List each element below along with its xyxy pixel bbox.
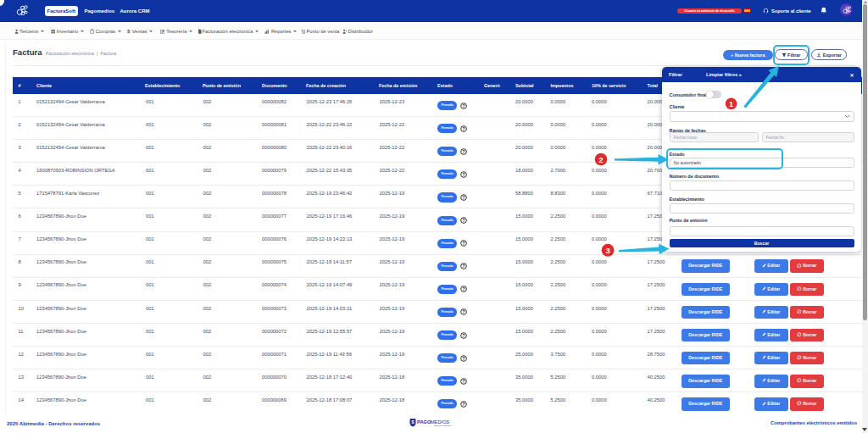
svg-text:$: $ [411, 419, 414, 425]
svg-text:?: ? [462, 286, 465, 291]
svg-text:?: ? [462, 148, 465, 153]
svg-text:?: ? [462, 195, 465, 200]
svg-text:?: ? [462, 218, 465, 223]
svg-text:?: ? [462, 172, 465, 177]
svg-text:?: ? [462, 125, 465, 130]
svg-text:?: ? [462, 103, 465, 108]
svg-text:MEDIOS: MEDIOS [431, 419, 450, 425]
svg-text:?: ? [462, 355, 465, 360]
svg-text:?: ? [462, 264, 465, 269]
svg-text:powered by abitmedia: powered by abitmedia [434, 425, 451, 426]
svg-text:?: ? [462, 241, 465, 246]
svg-text:?: ? [462, 378, 465, 383]
svg-text:?: ? [462, 402, 465, 407]
svg-text:?: ? [462, 309, 465, 314]
svg-text:PAGO: PAGO [417, 419, 431, 425]
svg-text:?: ? [462, 332, 465, 337]
